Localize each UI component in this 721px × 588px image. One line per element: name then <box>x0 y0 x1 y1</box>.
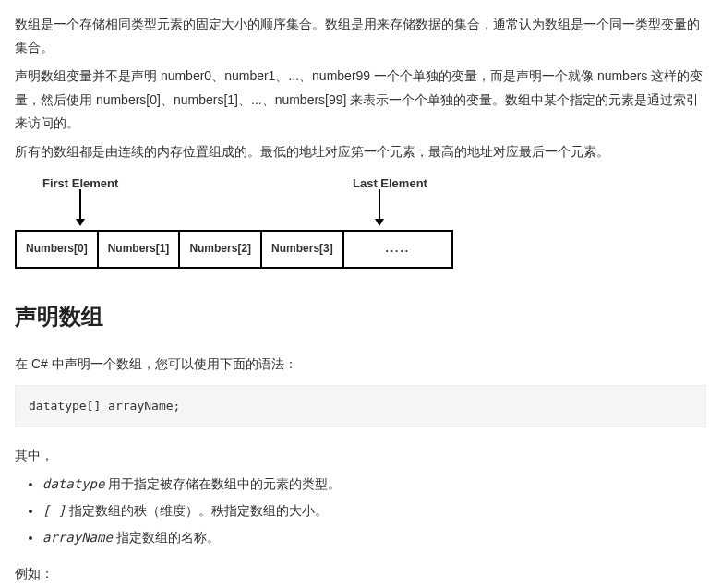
code-block-syntax: datatype[] arrayName; <box>15 385 706 427</box>
section-lead: 在 C# 中声明一个数组，您可以使用下面的语法： <box>15 353 706 376</box>
example-label: 例如： <box>15 562 706 585</box>
array-diagram: First Element Last Element Numbers[0] Nu… <box>15 173 706 269</box>
array-cell: Numbers[3] <box>260 230 344 269</box>
list-item: arrayName 指定数组的名称。 <box>42 526 706 549</box>
array-cell: Numbers[0] <box>15 230 99 269</box>
where-label: 其中， <box>15 444 706 467</box>
list-item: [ ] 指定数组的秩（维度）。秩指定数组的大小。 <box>42 499 706 522</box>
bullet-list: datatype 用于指定被存储在数组中的元素的类型。 [ ] 指定数组的秩（维… <box>15 473 706 550</box>
array-cell: Numbers[2] <box>178 230 262 269</box>
intro-p3: 所有的数组都是由连续的内存位置组成的。最低的地址对应第一个元素，最高的地址对应最… <box>15 140 706 163</box>
array-cell: Numbers[1] <box>97 230 181 269</box>
array-cell: ..... <box>342 230 453 269</box>
arrow-icon <box>379 189 380 224</box>
intro-p2: 声明数组变量并不是声明 number0、number1、...、number99… <box>15 65 706 135</box>
list-item: datatype 用于指定被存储在数组中的元素的类型。 <box>42 473 706 496</box>
intro-p1: 数组是一个存储相同类型元素的固定大小的顺序集合。数组是用来存储数据的集合，通常认… <box>15 13 706 59</box>
section-heading: 声明数组 <box>15 296 706 336</box>
arrow-icon <box>79 189 81 224</box>
